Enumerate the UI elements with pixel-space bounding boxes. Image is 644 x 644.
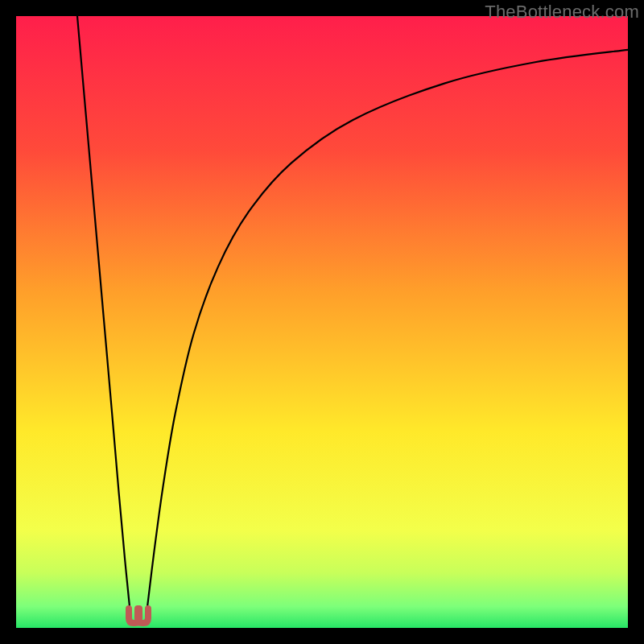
series-valley-marker: [129, 609, 148, 623]
watermark-text: TheBottleneck.com: [485, 2, 639, 23]
chart-frame: TheBottleneck.com: [0, 0, 644, 644]
plot-svg: [16, 16, 628, 628]
plot-area: [16, 16, 628, 628]
plot-background: [16, 16, 628, 628]
